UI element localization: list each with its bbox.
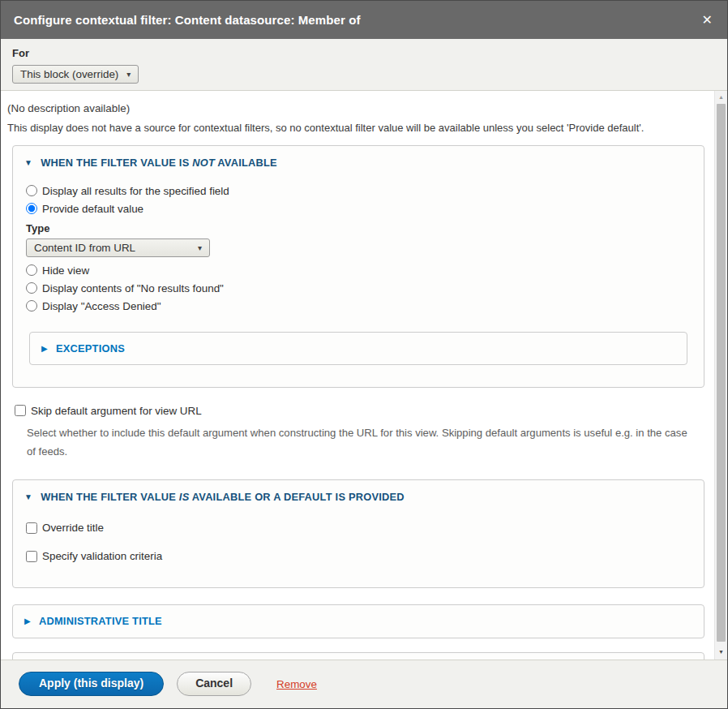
fieldset-toggle-exceptions[interactable]: ▶ EXCEPTIONS [41,342,675,354]
radio-row: Display "Access Denied" [24,297,692,315]
radio-label[interactable]: Display "Access Denied" [42,300,161,312]
checkbox-label[interactable]: Skip default argument for view URL [31,405,202,417]
fieldset-toggle-filter-available[interactable]: ▼ WHEN THE FILTER VALUE IS AVAILABLE OR … [24,491,692,503]
close-icon[interactable]: ✕ [700,11,714,30]
scroll-up-icon[interactable]: ▲ [715,91,727,103]
no-description-text: (No description available) [7,102,709,114]
triangle-expanded-icon: ▼ [24,492,32,501]
apply-button[interactable]: Apply (this display) [19,672,164,697]
dialog-footer: Apply (this display) Cancel Remove [1,660,727,709]
radio-hide-view[interactable] [26,264,37,276]
display-note-text: This display does not have a source for … [7,122,709,134]
radio-row: Hide view [24,261,692,279]
fieldset-exceptions: ▶ EXCEPTIONS [29,332,687,365]
checkbox-override-title[interactable] [26,522,37,534]
for-select-value: This block (override) [20,68,118,80]
checkbox-label[interactable]: Specify validation criteria [42,550,162,562]
for-select[interactable]: This block (override) ▾ [12,65,139,84]
configure-contextual-filter-dialog: Configure contextual filter: Content dat… [0,0,728,709]
fieldset-filter-available: ▼ WHEN THE FILTER VALUE IS AVAILABLE OR … [12,479,704,588]
chevron-down-icon: ▾ [198,243,202,252]
remove-link[interactable]: Remove [276,678,317,690]
dialog-title: Configure contextual filter: Content dat… [14,13,700,27]
radio-row: Display all results for the specified fi… [24,182,692,200]
for-section: For This block (override) ▾ [1,39,727,91]
radio-row: Display contents of "No results found" [24,279,692,297]
checkbox-label[interactable]: Override title [42,522,104,534]
triangle-collapsed-icon: ▶ [24,617,31,625]
checkbox-row: Specify validation criteria [24,548,692,565]
fieldset-body: Display all results for the specified fi… [24,169,692,365]
triangle-collapsed-icon: ▶ [41,344,48,353]
radio-label[interactable]: Hide view [42,264,89,277]
fieldset-title: EXCEPTIONS [56,342,125,354]
checkbox-skip-default-argument[interactable] [15,405,26,416]
vertical-scrollbar[interactable]: ▲ ▼ [714,91,727,660]
type-select-value: Content ID from URL [34,242,135,254]
triangle-expanded-icon: ▼ [24,158,32,167]
radio-label[interactable]: Provide default value [42,203,143,215]
fieldset-body: Override title Specify validation criter… [24,503,692,565]
radio-label[interactable]: Display all results for the specified fi… [42,185,229,197]
scroll-down-icon[interactable]: ▼ [715,646,727,658]
type-label: Type [26,222,692,234]
fieldset-title: WHEN THE FILTER VALUE IS NOT AVAILABLE [41,157,277,169]
radio-provide-default-value[interactable] [26,203,37,214]
cancel-button[interactable]: Cancel [177,672,251,697]
default-type-select[interactable]: Content ID from URL ▾ [26,238,210,257]
for-label: For [12,47,716,59]
radio-display-access-denied[interactable] [26,300,37,312]
fieldset-toggle-administrative-title[interactable]: ▶ ADMINISTRATIVE TITLE [24,615,692,627]
fieldset-title: WHEN THE FILTER VALUE IS AVAILABLE OR A … [41,491,405,503]
fieldset-administrative-title: ▶ ADMINISTRATIVE TITLE [12,604,704,638]
radio-row: Provide default value [24,200,692,217]
radio-display-all-results[interactable] [26,185,37,196]
scrollbar-thumb[interactable] [717,104,726,642]
checkbox-specify-validation[interactable] [26,551,37,562]
fieldset-toggle-filter-not-available[interactable]: ▼ WHEN THE FILTER VALUE IS NOT AVAILABLE [24,157,692,169]
fieldset-filter-not-available: ▼ WHEN THE FILTER VALUE IS NOT AVAILABLE… [12,145,704,388]
checkbox-row: Override title [24,519,692,537]
chevron-down-icon: ▾ [126,70,131,79]
dialog-content: (No description available) This display … [1,91,727,660]
skip-default-description: Select whether to include this default a… [27,423,690,462]
dialog-titlebar: Configure contextual filter: Content dat… [1,1,727,39]
fieldset-more: ▶ MORE [12,652,704,660]
fieldset-title: ADMINISTRATIVE TITLE [39,615,162,627]
radio-label[interactable]: Display contents of "No results found" [42,282,224,294]
checkbox-row: Skip default argument for view URL [13,402,709,419]
radio-display-no-results[interactable] [26,282,37,294]
